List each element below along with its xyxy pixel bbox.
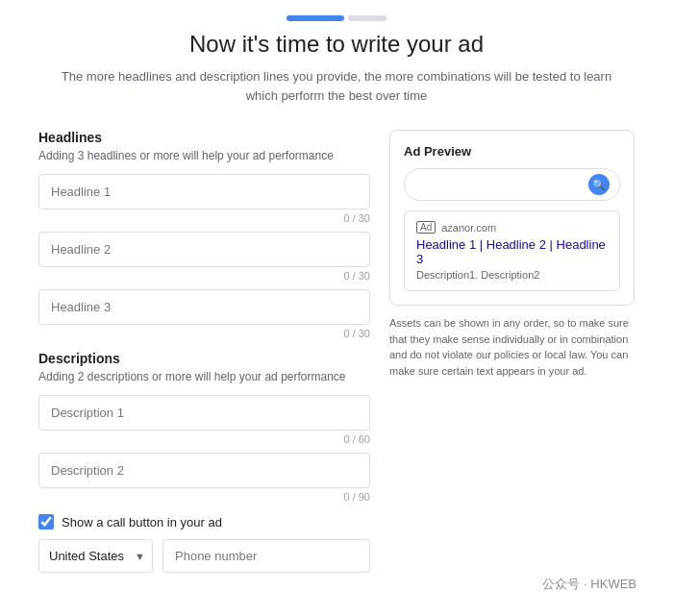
call-button-checkbox[interactable]: [38, 514, 54, 530]
progress-segment-1: [287, 15, 344, 21]
headlines-section: Headlines Adding 3 headlines or more wil…: [38, 130, 370, 339]
description-2-group: 0 / 90: [38, 453, 370, 503]
header-section: Now it's time to write your ad The more …: [0, 31, 673, 120]
separator-1: |: [476, 237, 486, 252]
headline-2-group: 0 / 30: [38, 232, 370, 282]
headlines-hint: Adding 3 headlines or more will help you…: [38, 149, 370, 162]
headline-1-input[interactable]: [38, 174, 370, 209]
phone-number-input[interactable]: [162, 539, 370, 573]
left-panel: Headlines Adding 3 headlines or more wil…: [38, 130, 370, 573]
separator-2: |: [546, 237, 557, 252]
headline-1-group: 0 / 30: [38, 174, 370, 224]
ad-label-row: Ad azanor.com: [416, 221, 608, 234]
headline-2-count: 0 / 30: [38, 270, 370, 282]
content-area: Headlines Adding 3 headlines or more wil…: [0, 120, 673, 592]
search-bar-mock: 🔍: [404, 168, 620, 201]
right-panel: Ad Preview 🔍 Ad azanor.com Headline 1 | …: [389, 130, 635, 573]
ad-card: Ad azanor.com Headline 1 | Headline 2 | …: [404, 210, 620, 291]
progress-bar: [287, 15, 386, 21]
description-2-input[interactable]: [38, 453, 370, 488]
ad-headlines: Headline 1 | Headline 2 | Headline 3: [416, 237, 608, 266]
headlines-title: Headlines: [38, 130, 370, 145]
headline-2-input[interactable]: [38, 232, 370, 267]
phone-row: United States ▼: [38, 539, 370, 573]
description-1-input[interactable]: [38, 395, 370, 431]
ad-headline-2-link[interactable]: Headline 2: [486, 237, 546, 252]
country-select[interactable]: United States: [38, 539, 153, 573]
description-2-count: 0 / 90: [38, 491, 370, 503]
country-select-wrapper: United States ▼: [38, 539, 153, 573]
ad-preview-container: Ad Preview 🔍 Ad azanor.com Headline 1 | …: [389, 130, 635, 306]
search-icon: 🔍: [588, 174, 610, 195]
descriptions-hint: Adding 2 descriptions or more will help …: [38, 370, 370, 383]
assets-note: Assets can be shown in any order, so to …: [389, 315, 635, 379]
main-title: Now it's time to write your ad: [38, 31, 635, 58]
ad-badge: Ad: [416, 221, 436, 234]
ad-domain: azanor.com: [441, 222, 496, 234]
headline-3-group: 0 / 30: [38, 289, 370, 339]
watermark: 公众号 · HKWEB: [535, 572, 644, 597]
description-1-count: 0 / 60: [38, 433, 370, 445]
descriptions-title: Descriptions: [38, 351, 370, 366]
ad-preview-title: Ad Preview: [404, 144, 620, 159]
descriptions-section: Descriptions Adding 2 descriptions or mo…: [38, 351, 370, 503]
headline-1-count: 0 / 30: [38, 212, 370, 224]
call-button-checkbox-wrapper: Show a call button in your ad: [38, 514, 222, 530]
ad-description: Description1. Description2: [416, 269, 608, 281]
ad-headline-1-link[interactable]: Headline 1: [416, 237, 476, 252]
headline-3-input[interactable]: [38, 289, 370, 325]
description-1-group: 0 / 60: [38, 395, 370, 445]
progress-segment-2: [348, 15, 386, 21]
headline-3-count: 0 / 30: [38, 328, 370, 339]
call-button-label[interactable]: Show a call button in your ad: [62, 515, 222, 530]
subtitle: The more headlines and description lines…: [58, 67, 615, 105]
progress-bar-container: [0, 0, 673, 31]
call-button-section: Show a call button in your ad: [38, 514, 370, 530]
